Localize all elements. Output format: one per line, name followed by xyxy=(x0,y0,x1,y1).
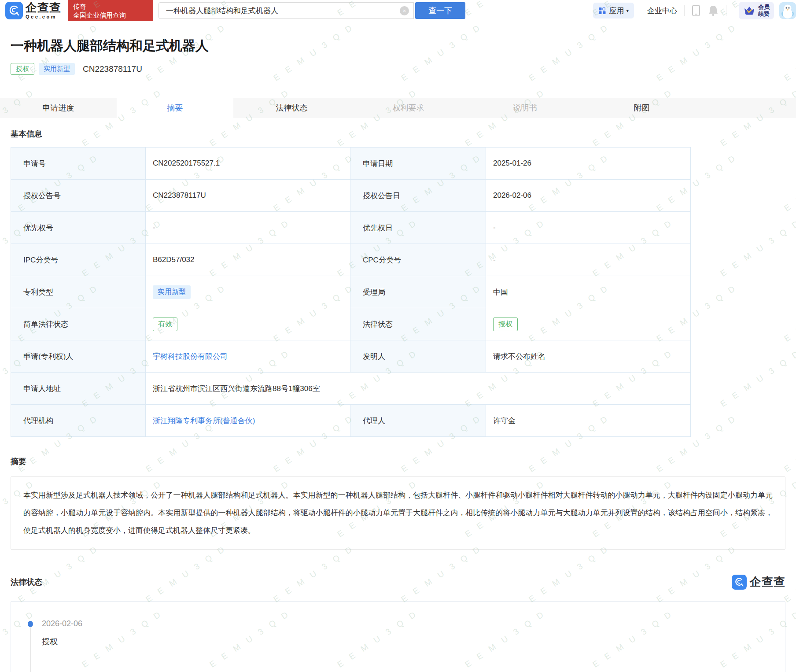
qcc-logo-text: 企查查 Qcc.com xyxy=(26,2,61,19)
table-row: IPC分类号 B62D57/032 CPC分类号 - xyxy=(11,244,691,276)
field-label: 发明人 xyxy=(350,340,486,373)
field-label: 申请人地址 xyxy=(11,373,146,405)
field-label: CPC分类号 xyxy=(350,244,486,276)
field-value: CN202520175527.1 xyxy=(146,148,350,180)
timeline-line xyxy=(30,627,31,672)
field-value: 中国 xyxy=(486,276,691,308)
tab-abstract[interactable]: 摘要 xyxy=(117,98,233,118)
penguin-mascot-icon xyxy=(779,2,796,19)
table-row: 申请人地址 浙江省杭州市滨江区西兴街道东流路88号1幢306室 xyxy=(11,373,691,405)
chevron-down-icon: ▾ xyxy=(626,8,629,14)
status-badge: 授权 xyxy=(11,63,34,75)
field-label: 优先权日 xyxy=(350,212,486,244)
apps-button[interactable]: 应用 ▾ xyxy=(593,3,634,18)
legal-status-header: 法律状态 企查查 xyxy=(11,574,785,590)
field-value: 浙江翔隆专利事务所(普通合伙) xyxy=(146,405,350,437)
abstract-heading: 摘要 xyxy=(11,456,785,467)
timeline-status: 授权 xyxy=(42,636,785,647)
tab-legal-status[interactable]: 法律状态 xyxy=(233,98,350,118)
qcc-logo[interactable]: 企查查 Qcc.com xyxy=(5,2,61,19)
field-value: CN223878117U xyxy=(146,180,350,212)
field-value: 2026-02-06 xyxy=(486,180,691,212)
patent-title: 一种机器人腿部结构和足式机器人 xyxy=(11,37,796,55)
timeline-dot xyxy=(28,621,33,627)
search-button[interactable]: 查一下 xyxy=(415,2,465,19)
qcc-logo-icon xyxy=(5,2,23,19)
tab-bar: 申请进度 摘要 法律状态 权利要求 说明书 附图 xyxy=(0,98,796,118)
phone-icon xyxy=(692,4,700,17)
field-value: - xyxy=(146,212,350,244)
abstract-box: 本实用新型涉及足式机器人技术领域，公开了一种机器人腿部结构和足式机器人。本实用新… xyxy=(11,476,785,550)
applicant-link[interactable]: 宇树科技股份有限公司 xyxy=(153,352,228,361)
table-row: 代理机构 浙江翔隆专利事务所(普通合伙) 代理人 许守金 xyxy=(11,405,691,437)
legal-status-badge: 授权 xyxy=(493,318,518,331)
notifications-button[interactable] xyxy=(708,4,719,17)
member-renew-button[interactable]: 会员续费 xyxy=(739,2,774,19)
table-row: 申请(专利权)人 宇树科技股份有限公司 发明人 请求不公布姓名 xyxy=(11,340,691,373)
qcc-logo-text: 企查查 xyxy=(750,574,785,590)
field-label: 简单法律状态 xyxy=(11,308,146,340)
basic-info-heading: 基本信息 xyxy=(11,129,785,139)
search-box: × 查一下 xyxy=(158,2,465,19)
clear-icon[interactable]: × xyxy=(400,6,409,15)
field-label: 法律状态 xyxy=(350,308,486,340)
field-label: 申请(专利权)人 xyxy=(11,340,146,373)
qcc-logo-icon xyxy=(732,575,747,590)
field-label: 优先权号 xyxy=(11,212,146,244)
legal-status-heading: 法律状态 xyxy=(11,577,42,587)
field-value: 授权 xyxy=(486,308,691,340)
agency-link[interactable]: 浙江翔隆专利事务所(普通合伙) xyxy=(153,417,255,425)
avatar[interactable] xyxy=(779,2,796,19)
badge-row: 授权 实用新型 CN223878117U xyxy=(11,63,796,75)
field-label: 受理局 xyxy=(350,276,486,308)
qcc-watermark-logo: 企查查 xyxy=(732,574,785,590)
field-label: 申请日期 xyxy=(350,148,486,180)
search-input[interactable] xyxy=(158,2,414,19)
field-value: 请求不公布姓名 xyxy=(486,340,691,373)
field-label: 专利类型 xyxy=(11,276,146,308)
abstract-text: 本实用新型涉及足式机器人技术领域，公开了一种机器人腿部结构和足式机器人。本实用新… xyxy=(23,487,773,539)
patent-type-badge: 实用新型 xyxy=(39,63,75,75)
tab-claims[interactable]: 权利要求 xyxy=(350,98,467,118)
field-label: 代理人 xyxy=(350,405,486,437)
title-section: 一种机器人腿部结构和足式机器人 授权 实用新型 CN223878117U xyxy=(0,21,796,98)
main-content: 基本信息 申请号 CN202520175527.1 申请日期 2025-01-2… xyxy=(0,129,796,672)
slogan-badge: 传奇 全国企业信用查询 xyxy=(68,0,153,21)
field-value: 宇树科技股份有限公司 xyxy=(146,340,350,373)
tab-description[interactable]: 说明书 xyxy=(467,98,583,118)
page: 企查查 Qcc.com 传奇 全国企业信用查询 × 查一下 应用 ▾ xyxy=(0,0,796,672)
field-label: 申请号 xyxy=(11,148,146,180)
nav-enterprise-center[interactable]: 企业中心 xyxy=(647,6,677,16)
field-value: 有效 xyxy=(146,308,350,340)
field-label: 授权公告日 xyxy=(350,180,486,212)
bell-icon xyxy=(708,4,719,17)
top-header: 企查查 Qcc.com 传奇 全国企业信用查询 × 查一下 应用 ▾ xyxy=(0,0,796,21)
field-value: - xyxy=(486,244,691,276)
field-value: - xyxy=(486,212,691,244)
simple-legal-status-badge: 有效 xyxy=(153,318,177,331)
field-label: 授权公告号 xyxy=(11,180,146,212)
divider xyxy=(684,5,685,16)
field-value: 许守金 xyxy=(486,405,691,437)
grid-icon xyxy=(598,7,606,15)
header-nav: 应用 ▾ 企业中心 xyxy=(593,0,796,21)
field-value: B62D57/032 xyxy=(146,244,350,276)
publication-number: CN223878117U xyxy=(83,64,142,74)
field-label: IPC分类号 xyxy=(11,244,146,276)
basic-info-table: 申请号 CN202520175527.1 申请日期 2025-01-26 授权公… xyxy=(11,147,691,437)
table-row: 优先权号 - 优先权日 - xyxy=(11,212,691,244)
patent-type-badge: 实用新型 xyxy=(153,285,191,299)
legal-status-box: 2026-02-06 授权 xyxy=(11,601,785,672)
tab-drawings[interactable]: 附图 xyxy=(583,98,700,118)
field-value: 浙江省杭州市滨江区西兴街道东流路88号1幢306室 xyxy=(146,373,691,405)
table-row: 简单法律状态 有效 法律状态 授权 xyxy=(11,308,691,340)
crown-icon xyxy=(743,5,755,16)
timeline-date: 2026-02-06 xyxy=(42,619,785,628)
divider xyxy=(726,5,726,16)
mobile-app-button[interactable] xyxy=(692,4,700,17)
field-value: 实用新型 xyxy=(146,276,350,308)
tab-application-progress[interactable]: 申请进度 xyxy=(0,98,117,118)
table-row: 申请号 CN202520175527.1 申请日期 2025-01-26 xyxy=(11,148,691,180)
field-label: 代理机构 xyxy=(11,405,146,437)
table-row: 授权公告号 CN223878117U 授权公告日 2026-02-06 xyxy=(11,180,691,212)
